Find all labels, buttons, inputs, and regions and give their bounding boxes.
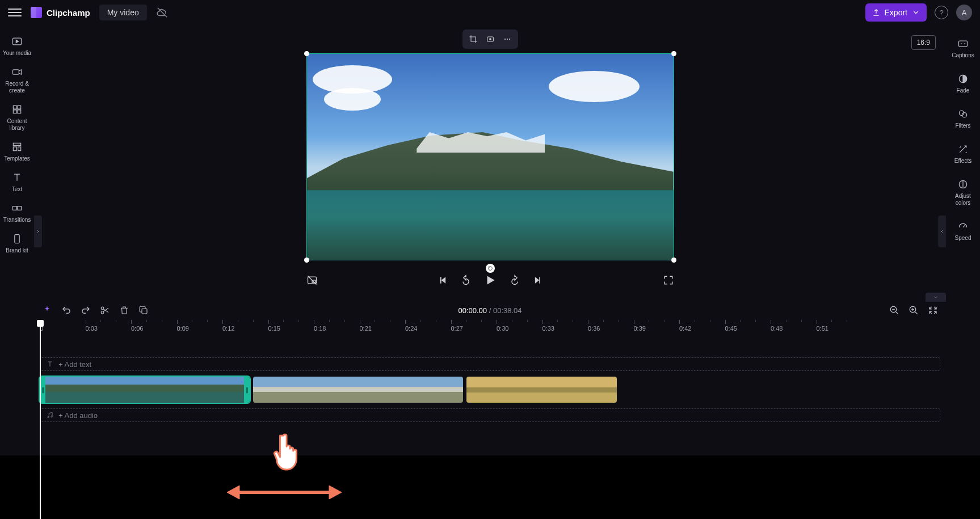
svg-rect-8: [13, 147, 16, 151]
ruler-tick: 0:15: [268, 320, 280, 334]
skip-end-button[interactable]: [532, 275, 543, 286]
fullscreen-button[interactable]: [663, 275, 674, 286]
fit-timeline-button[interactable]: [928, 305, 938, 315]
canvas-wrap: [306, 53, 674, 260]
undo-button[interactable]: [61, 305, 71, 315]
resize-handle-tr[interactable]: [671, 51, 676, 56]
chevron-down-icon: [912, 9, 920, 16]
svg-point-21: [506, 39, 507, 40]
more-horizontal-icon: [503, 35, 512, 44]
resize-handle-br[interactable]: [671, 258, 676, 263]
project-title[interactable]: My video: [99, 5, 147, 20]
sidebar-item-transitions[interactable]: Transitions: [0, 197, 34, 228]
preview-canvas[interactable]: [306, 53, 674, 260]
zoom-in-icon: [909, 305, 919, 315]
clip-1[interactable]: || ||: [40, 377, 250, 403]
picture-in-picture-icon: [306, 275, 318, 286]
ruler-tick: 0:42: [679, 320, 691, 334]
menu-button[interactable]: [8, 6, 22, 19]
ruler-tick: 0:48: [771, 320, 783, 334]
audio-lane[interactable]: + Add audio: [40, 408, 940, 422]
sidebar-item-captions[interactable]: Captions: [946, 33, 980, 64]
help-button[interactable]: ?: [935, 6, 948, 19]
svg-point-19: [489, 39, 491, 40]
svg-marker-35: [329, 486, 342, 499]
sidebar-item-record-create[interactable]: Record & create: [0, 61, 34, 99]
ai-sparkle-button[interactable]: [42, 305, 52, 315]
scissors-icon: [100, 305, 110, 315]
captions-icon: [957, 37, 969, 50]
text-lane[interactable]: + Add text: [40, 357, 940, 371]
more-canvas-button[interactable]: [499, 32, 516, 47]
sidebar-item-filters[interactable]: Filters: [946, 103, 980, 134]
export-label: Export: [885, 8, 907, 17]
ruler-tick: 0:18: [314, 320, 326, 334]
aspect-ratio-button[interactable]: 16:9: [911, 35, 936, 50]
redo-button[interactable]: [81, 305, 91, 315]
fullscreen-icon: [663, 275, 674, 286]
playhead[interactable]: [40, 323, 41, 519]
upload-icon: [872, 9, 880, 16]
adjust-colors-icon: [957, 178, 969, 191]
sidebar-item-fade[interactable]: Fade: [946, 68, 980, 99]
forward-button[interactable]: [509, 275, 520, 286]
export-button[interactable]: Export: [865, 3, 927, 22]
preview-stage: 16:9: [34, 25, 946, 301]
clip-2[interactable]: [253, 377, 463, 403]
ruler-tick: 0:09: [177, 320, 189, 334]
ruler-tick: 0:39: [634, 320, 646, 334]
delete-button[interactable]: [119, 305, 129, 315]
text-icon: [46, 360, 54, 368]
canvas-toolbar: [462, 29, 518, 49]
transitions-icon: [11, 202, 23, 214]
clipchamp-logo-icon: [31, 7, 42, 18]
ruler-tick: 0:06: [131, 320, 143, 334]
sidebar-item-content-library[interactable]: Content library: [0, 99, 34, 136]
crop-button[interactable]: [465, 32, 482, 47]
video-lane: || ||: [40, 377, 940, 403]
copy-icon: [138, 305, 149, 315]
sidebar-item-your-media[interactable]: Your media: [0, 31, 34, 61]
fade-icon: [957, 73, 969, 85]
svg-point-20: [504, 39, 505, 40]
play-button[interactable]: [483, 273, 498, 288]
resize-handle-bl[interactable]: [304, 258, 309, 263]
svg-rect-6: [18, 110, 21, 113]
svg-rect-12: [15, 235, 19, 243]
chevron-down-icon: [932, 294, 939, 300]
ruler-tick: 0:45: [725, 320, 737, 334]
detach-audio-button[interactable]: [306, 275, 318, 286]
duplicate-button[interactable]: [138, 305, 149, 315]
clip-3[interactable]: [466, 377, 617, 403]
skip-start-button[interactable]: [438, 275, 449, 286]
current-time: 00:00.00: [458, 306, 487, 315]
speed-icon: [957, 220, 969, 233]
fit-button[interactable]: [482, 32, 499, 47]
app-logo[interactable]: Clipchamp: [31, 7, 90, 18]
sidebar-item-brand-kit[interactable]: Brand kit: [0, 228, 34, 259]
rotate-handle[interactable]: [486, 264, 495, 273]
cloud-sync-off-icon[interactable]: [156, 6, 169, 19]
svg-rect-5: [13, 110, 16, 113]
svg-rect-13: [959, 41, 968, 47]
zoom-in-button[interactable]: [909, 305, 919, 315]
svg-rect-4: [18, 106, 21, 109]
sidebar-item-effects[interactable]: Effects: [946, 138, 980, 169]
effects-icon: [957, 143, 969, 155]
tutorial-hand-cursor-icon: [271, 432, 304, 472]
sidebar-item-text[interactable]: Text: [0, 167, 34, 197]
sidebar-item-speed[interactable]: Speed: [946, 216, 980, 246]
sidebar-item-templates[interactable]: Templates: [0, 136, 34, 167]
zoom-out-button[interactable]: [889, 305, 899, 315]
sidebar-item-adjust-colors[interactable]: Adjust colors: [946, 174, 980, 211]
rewind-button[interactable]: [460, 275, 472, 286]
timeline-ruler[interactable]: 00:030:060:090:120:150:180:210:240:270:3…: [40, 320, 940, 334]
clip-trim-right[interactable]: ||: [244, 377, 250, 403]
resize-handle-tl[interactable]: [304, 51, 309, 56]
svg-rect-3: [13, 106, 16, 109]
minimize-icon: [928, 305, 938, 315]
ruler-tick: 0:51: [817, 320, 828, 334]
split-button[interactable]: [100, 305, 110, 315]
ruler-tick: 0:12: [222, 320, 234, 334]
user-avatar[interactable]: A: [956, 5, 972, 20]
